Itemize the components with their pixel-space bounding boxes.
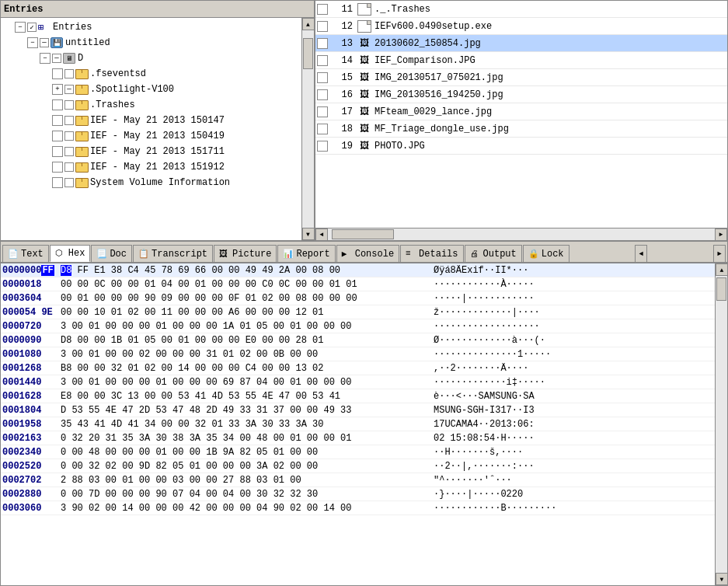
file-panel: 11._.Trashes12IEFv600.0490setup.exe13🖼20… xyxy=(315,1,727,240)
hex-ascii: ·}····|·····0220 xyxy=(434,489,713,500)
file-hscroll-left[interactable]: ◄ xyxy=(315,228,328,241)
hex-row: 000001800 00 0C 00 00 01 04 00 01 00 00 … xyxy=(1,277,715,291)
tree-item-fseventsd[interactable]: .fseventsd xyxy=(1,66,301,82)
file-row[interactable]: 12IEFv600.0490setup.exe xyxy=(315,18,727,35)
tab-label-details: Details xyxy=(419,249,458,260)
cb-D[interactable] xyxy=(52,54,61,63)
tree-item-ief4[interactable]: IEF - May 21 2013 151912 xyxy=(1,159,301,175)
tree-label-ief1: IEF - May 21 2013 150147 xyxy=(90,115,225,126)
tree-label-ief3: IEF - May 21 2013 151711 xyxy=(90,146,225,157)
tree-item-ief2[interactable]: IEF - May 21 2013 150419 xyxy=(1,128,301,144)
file-checkbox[interactable] xyxy=(317,55,328,66)
tab-console[interactable]: ▶Console xyxy=(336,245,399,262)
file-hscroll-thumb[interactable] xyxy=(332,229,394,239)
file-number: 16 xyxy=(331,89,353,100)
hex-address: 0002702 xyxy=(2,475,61,486)
tree-item-trashes[interactable]: .Trashes xyxy=(1,97,301,113)
tree-item-ief1[interactable]: IEF - May 21 2013 150147 xyxy=(1,113,301,128)
file-row[interactable]: 19🖼PHOTO.JPG xyxy=(315,138,727,155)
file-name: IMG_20130516_194250.jpg xyxy=(374,89,503,100)
entries-icon: ⊞ xyxy=(38,22,51,33)
cb-ief2[interactable] xyxy=(64,131,74,141)
hex-scroll-track[interactable] xyxy=(716,276,727,573)
hex-row: 000195835 43 41 4D 41 34 00 00 32 01 33 … xyxy=(1,417,715,431)
hex-scroll-up[interactable]: ▲ xyxy=(716,263,727,276)
hex-bytes: 2 88 03 00 01 00 00 03 00 00 27 88 03 01… xyxy=(61,475,434,486)
tab-picture[interactable]: 🖼Picture xyxy=(214,245,277,262)
hex-scroll-down[interactable]: ▼ xyxy=(716,573,727,585)
expand-fseventsd[interactable] xyxy=(52,68,63,79)
cb-sysvolinfo[interactable] xyxy=(64,178,74,187)
report-icon: 📊 xyxy=(283,249,294,260)
tree-label-ief2: IEF - May 21 2013 150419 xyxy=(90,131,225,141)
file-checkbox[interactable] xyxy=(317,124,328,134)
file-checkbox[interactable] xyxy=(317,106,328,117)
tree-scroll-thumb[interactable] xyxy=(303,38,313,69)
file-type-icon xyxy=(357,20,371,33)
cb-ief4[interactable] xyxy=(64,162,74,172)
expand-untitled[interactable]: − xyxy=(27,37,38,48)
expand-entries[interactable]: − xyxy=(15,22,26,33)
tree-item-sysvolinfo[interactable]: System Volume Information xyxy=(1,175,301,190)
file-checkbox[interactable] xyxy=(317,72,328,83)
cb-spotlight[interactable] xyxy=(64,85,74,94)
file-row[interactable]: 11._.Trashes xyxy=(315,1,727,18)
file-hscroll-track[interactable] xyxy=(328,228,715,240)
hex-bytes: 0 00 32 02 00 9D 82 05 01 00 00 00 3A 02… xyxy=(61,461,434,472)
expand-ief2[interactable] xyxy=(52,131,63,141)
expand-ief4[interactable] xyxy=(52,162,63,173)
hex-row: 00030603 90 02 00 14 00 00 00 42 00 00 0… xyxy=(1,501,715,515)
tab-output[interactable]: 🖨Output xyxy=(465,245,522,262)
hex-byte-highlight: D8 xyxy=(61,265,71,276)
tree-item-D[interactable]: − 🖥 D xyxy=(1,51,301,66)
expand-spotlight[interactable]: + xyxy=(52,84,63,95)
expand-trashes[interactable] xyxy=(52,99,63,110)
tab-label-text: Text xyxy=(21,249,44,260)
hex-bytes: 00 00 10 01 02 00 11 00 00 00 A6 00 00 0… xyxy=(61,307,434,318)
tree-scroll-up[interactable]: ▲ xyxy=(302,18,315,30)
file-row[interactable]: 15🖼IMG_20130517_075021.jpg xyxy=(315,69,727,86)
hex-address: 0000000FF xyxy=(2,265,61,276)
expand-ief3[interactable] xyxy=(52,146,63,157)
cb-untitled[interactable] xyxy=(40,38,49,47)
file-row[interactable]: 17🖼MFteam_0029_lance.jpg xyxy=(315,103,727,120)
file-row[interactable]: 14🖼IEF_Comparison.JPG xyxy=(315,52,727,69)
file-checkbox[interactable] xyxy=(317,141,328,152)
file-checkbox[interactable] xyxy=(317,89,328,100)
tree-scroll-down[interactable]: ▼ xyxy=(302,228,315,240)
cb-trashes[interactable] xyxy=(64,100,74,110)
tree-item-ief3[interactable]: IEF - May 21 2013 151711 xyxy=(1,144,301,159)
tree-scroll-track[interactable] xyxy=(302,30,314,228)
tab-lock[interactable]: 🔒Lock xyxy=(523,245,570,262)
tab-nav-left[interactable]: ◄ xyxy=(635,245,647,262)
hex-scroll-thumb[interactable] xyxy=(716,277,726,301)
cb-ief1[interactable] xyxy=(64,116,74,125)
expand-sysvolinfo[interactable] xyxy=(52,177,63,188)
file-checkbox[interactable] xyxy=(317,38,328,49)
cb-entries[interactable] xyxy=(27,23,37,32)
tab-transcript[interactable]: 📋Transcript xyxy=(133,245,213,262)
folder-icon-ief1 xyxy=(75,115,88,126)
hex-bytes: 0 00 48 00 00 00 01 00 00 1B 9A 82 05 01… xyxy=(61,447,434,458)
tab-nav-right[interactable]: ► xyxy=(713,245,726,262)
tree-item-untitled[interactable]: − 💾 untitled xyxy=(1,35,301,51)
file-row[interactable]: 13🖼20130602_150854.jpg xyxy=(315,35,727,52)
expand-D[interactable]: − xyxy=(40,53,51,64)
hex-row: 00028800 00 7D 00 00 00 90 07 04 00 04 0… xyxy=(1,487,715,501)
file-row[interactable]: 18🖼MF_Triage_dongle_use.jpg xyxy=(315,120,727,138)
file-checkbox[interactable] xyxy=(317,21,328,32)
tab-doc[interactable]: 📃Doc xyxy=(91,245,132,262)
tab-details[interactable]: ≡Details xyxy=(400,245,463,262)
tab-hex[interactable]: ⬡Hex xyxy=(50,245,91,262)
expand-ief1[interactable] xyxy=(52,115,63,126)
file-hscroll-right[interactable]: ► xyxy=(715,228,727,241)
cb-fseventsd[interactable] xyxy=(64,69,74,78)
tree-item-entries[interactable]: − ⊞ Entries xyxy=(1,19,301,35)
file-row[interactable]: 16🖼IMG_20130516_194250.jpg xyxy=(315,86,727,103)
tree-item-spotlight[interactable]: + .Spotlight-V100 xyxy=(1,82,301,97)
tab-text[interactable]: 📄Text xyxy=(2,245,49,262)
cb-ief3[interactable] xyxy=(64,147,74,156)
hex-row: 0001268B8 00 00 32 01 02 00 14 00 00 00 … xyxy=(1,361,715,375)
tab-report[interactable]: 📊Report xyxy=(277,245,335,262)
file-checkbox[interactable] xyxy=(317,4,328,15)
